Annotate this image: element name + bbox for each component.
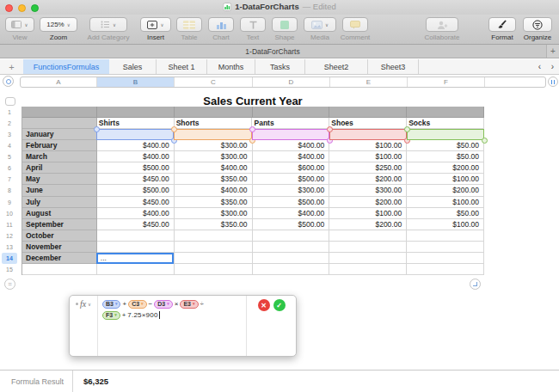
table-cell[interactable]: $300.00 [175, 151, 253, 162]
row-header-13[interactable]: 13 [2, 242, 17, 253]
row-header-15[interactable]: 15 [2, 264, 17, 275]
close-button[interactable] [5, 4, 13, 12]
sheet-tab-months[interactable]: Months [207, 59, 255, 74]
table-cell[interactable] [175, 107, 253, 118]
table-cell[interactable]: Pants [252, 118, 329, 129]
table-cell[interactable]: $450.00 [97, 219, 175, 230]
formula-token-c3[interactable]: C3▾ [128, 300, 146, 309]
table-cell[interactable] [253, 242, 330, 253]
table-cell[interactable] [329, 242, 407, 253]
row-header-1[interactable]: 1 [2, 107, 17, 118]
table-cell[interactable]: $50.00 [407, 208, 484, 219]
new-window-tab-button[interactable]: + [546, 45, 559, 58]
table-cell[interactable]: $200.00 [407, 185, 484, 196]
table-resize-handle[interactable] [470, 279, 481, 290]
table-cell[interactable]: August [22, 208, 97, 219]
table-cell[interactable]: $250.00 [329, 162, 407, 174]
cancel-formula-button[interactable]: ✕ [258, 299, 270, 311]
table-cell[interactable]: $100.00 [329, 140, 407, 151]
table-cell[interactable]: $400.00 [253, 151, 330, 162]
formula-reference-highlight-e3[interactable] [329, 129, 407, 140]
table-cell[interactable]: $400.00 [253, 208, 330, 219]
table-cell[interactable]: February [22, 140, 97, 151]
column-header-c[interactable]: C [175, 77, 253, 87]
token-dropdown-icon[interactable]: ▾ [115, 302, 118, 306]
table-cell[interactable]: $100.00 [329, 208, 407, 219]
tabs-scroll-left-icon[interactable]: ‹ [533, 59, 546, 74]
token-dropdown-icon[interactable]: ▾ [141, 302, 144, 306]
table-cell[interactable]: $500.00 [253, 219, 330, 230]
table-cell[interactable]: $50.00 [407, 140, 484, 151]
reference-start-handle-b3[interactable] [94, 126, 100, 132]
table-cell[interactable]: $200.00 [329, 219, 407, 230]
table-cell[interactable] [175, 264, 253, 275]
comment-button[interactable] [342, 17, 368, 32]
row-header-6[interactable]: 6 [2, 162, 17, 174]
table-button[interactable] [176, 17, 202, 32]
table-cell[interactable]: $300.00 [175, 140, 253, 151]
shape-button[interactable] [272, 17, 298, 32]
row-header-3[interactable]: 3 [2, 129, 17, 140]
table-cell[interactable] [97, 230, 175, 242]
chevron-down-icon[interactable]: ∨ [88, 302, 91, 307]
table-cell[interactable] [407, 242, 484, 253]
table-cell[interactable] [22, 264, 97, 275]
table-cell[interactable] [22, 118, 97, 129]
collaborate-button[interactable] [426, 17, 458, 32]
table-cell[interactable]: $200.00 [407, 162, 484, 174]
table-cell[interactable]: April [22, 162, 97, 174]
table-cell[interactable]: Shoes [329, 118, 407, 129]
row-header-10[interactable]: 10 [2, 208, 17, 219]
table-cell[interactable] [253, 230, 330, 242]
column-header-f[interactable]: F [408, 77, 485, 87]
row-header-14[interactable]: 14 [2, 253, 17, 264]
table-cell[interactable] [175, 242, 253, 253]
table-cell[interactable]: $350.00 [175, 197, 253, 208]
table-cell[interactable] [407, 230, 484, 242]
table-cell[interactable] [253, 253, 330, 264]
sheet-tab-tasks[interactable]: Tasks [255, 59, 305, 74]
row-header-7[interactable]: 7 [2, 174, 17, 185]
accept-formula-button[interactable]: ✓ [273, 299, 286, 311]
table-cell[interactable]: $350.00 [175, 219, 253, 230]
add-row-handle[interactable]: = [4, 279, 15, 290]
table-cell[interactable]: June [22, 185, 97, 196]
sheet-tab-sheet3[interactable]: Sheet3 [368, 59, 419, 74]
formula-input-field[interactable]: B3▾+C3▾−D3▾×E3▾÷F3▾+7.25×900 [99, 296, 246, 356]
reference-start-handle-c3[interactable] [171, 126, 177, 132]
table-cell[interactable]: $400.00 [97, 208, 175, 219]
table-cell[interactable]: $350.00 [175, 174, 253, 185]
organize-button[interactable] [523, 17, 552, 32]
table-cell[interactable]: Shorts [175, 118, 253, 129]
sheet-tab-sheet2[interactable]: Sheet2 [305, 59, 368, 74]
token-dropdown-icon[interactable]: ▾ [193, 302, 195, 306]
table-cell[interactable]: $400.00 [175, 162, 253, 174]
table-cell[interactable]: Socks [407, 118, 484, 129]
row-header-9[interactable]: 9 [2, 197, 17, 208]
table-cell[interactable] [407, 107, 484, 118]
table-cell[interactable]: $100.00 [407, 197, 484, 208]
table-cell[interactable] [407, 253, 484, 264]
table-cell[interactable]: $500.00 [253, 197, 330, 208]
table-cell[interactable]: November [22, 242, 97, 253]
table-cell[interactable]: December [22, 253, 97, 264]
table-cell[interactable]: Shirts [97, 118, 175, 129]
table-cell[interactable]: $200.00 [329, 197, 407, 208]
table-cell[interactable]: $300.00 [175, 208, 253, 219]
table-cell[interactable]: $100.00 [407, 219, 484, 230]
table-cell[interactable] [97, 242, 175, 253]
table-cell[interactable] [329, 253, 407, 264]
column-header-e[interactable]: E [330, 77, 408, 87]
table-cell[interactable]: $200.00 [329, 174, 407, 185]
table-cell[interactable]: $450.00 [97, 174, 175, 185]
table-cell[interactable] [329, 264, 407, 275]
table-cell[interactable]: October [22, 230, 97, 242]
row-header-2[interactable]: 2 [2, 118, 17, 129]
row-header-8[interactable]: 8 [2, 185, 17, 196]
window-tab[interactable]: 1-DataForCharts [0, 45, 545, 58]
formula-reference-highlight-b3[interactable] [96, 129, 174, 140]
table-cell[interactable] [175, 230, 253, 242]
row-header-4[interactable]: 4 [2, 140, 17, 151]
reference-start-handle-d3[interactable] [249, 126, 255, 132]
column-header-d[interactable]: D [253, 77, 330, 87]
